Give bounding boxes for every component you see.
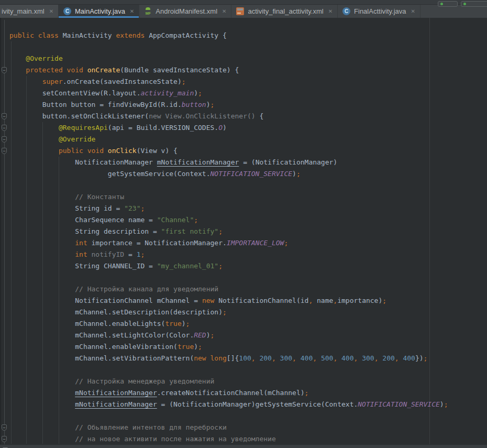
code-token: importance = NotificationManager. [92,239,227,247]
device-status-dot-icon [463,3,466,5]
tab-label: ivity_main.xml [2,7,45,15]
code-editor[interactable]: public class MainActivity extends AppCom… [0,18,487,448]
code-line[interactable]: @RequiresApi(api = Build.VERSION_CODES.O… [9,122,487,134]
code-token: CharSequence name = [75,216,157,224]
run-widget-fragment[interactable] [438,1,458,7]
code-token: .onCreate(savedInstanceState) [63,78,182,85]
code-token: ) [292,170,296,178]
code-token: getSystemService(Context. [108,170,211,178]
code-line[interactable]: mNotificationManager = (NotificationMana… [9,399,487,410]
editor-tab[interactable]: CMainActivity.java✕ [59,4,139,18]
close-tab-icon[interactable]: ✕ [222,8,226,14]
code-token: ) [223,124,227,132]
code-line[interactable] [9,41,487,53]
code-line[interactable]: String description = "first notify"; [9,226,487,237]
code-token: 500 [321,354,333,362]
code-token: (Bundle savedInstanceState) { [120,66,239,74]
manifest-icon: MF [144,7,152,15]
code-token: @RequiresApi [59,124,108,132]
code-line[interactable]: setContentView(R.layout.activity_main); [9,88,487,99]
code-token: // Обьявление интентов для переброски [75,423,227,431]
code-line[interactable]: int notifyID = 1; [9,249,487,260]
fold-collapse-icon[interactable]: − [2,113,7,119]
code-token: ) [206,331,211,339]
code-line[interactable]: getSystemService(Context.NOTIFICATION_SE… [9,168,487,180]
code-token: String CHANNEL_ID = [75,262,157,270]
editor-tab[interactable]: activity_final_acttivity.xml✕ [231,4,338,18]
code-line[interactable]: NotificationManager mNotificationManager… [9,157,487,168]
fold-collapse-icon[interactable]: − [2,136,7,143]
code-line[interactable]: mChannel.setLightColor(Color.RED); [9,330,487,341]
code-token: ; [296,170,301,178]
code-token: protected void [26,66,87,74]
code-line[interactable]: CharSequence name = "Channel"; [9,214,487,226]
code-line[interactable]: protected void onCreate(Bundle savedInst… [9,64,487,76]
code-line[interactable]: mChannel.setDescription(description); [9,307,487,318]
code-token: new View.OnClickListener() [149,112,259,120]
code-line[interactable]: mChannel.setVibrationPattern(new long[]{… [9,353,487,364]
code-token: extends [116,31,149,39]
code-token: mNotificationManager [75,400,157,408]
code-line[interactable]: // Настройка менеджера уведомлений [9,376,487,387]
code-token: ; [305,389,309,397]
code-line[interactable]: // Настройка канала для уведомлений [9,283,487,295]
code-line[interactable] [9,410,487,422]
editor-tab-bar: ivity_main.xml✕CMainActivity.java✕MFAndr… [0,4,487,18]
code-token: 400 [301,354,313,362]
code-token: mChannel.setVibrationPattern( [75,354,194,362]
code-line[interactable]: // на новое активити после нажатия на ув… [9,433,487,445]
code-line[interactable]: mChannel.enableVibration(true); [9,341,487,353]
fold-collapse-icon[interactable]: − [2,424,7,431]
code-token: onCreate [87,66,120,74]
code-line[interactable] [9,364,487,376]
code-token: , [272,354,276,362]
code-token [296,354,301,362]
code-line[interactable]: public void onClick(View v) { [9,145,487,157]
code-line[interactable]: // Обьявление интентов для переброски [9,422,487,433]
editor-tab[interactable]: CFinalActtivity.java✕ [338,4,420,18]
fold-collapse-icon[interactable]: − [2,125,7,131]
code-token: mNotificationManager [75,389,157,397]
code-line[interactable]: String id = "23"; [9,203,487,214]
code-line[interactable]: @Override [9,134,487,145]
code-line[interactable]: NotificationChannel mChannel = new Notif… [9,295,487,307]
code-token: new long [194,354,227,362]
fold-collapse-icon[interactable]: − [2,67,7,73]
code-line[interactable]: public class MainActivity extends AppCom… [9,30,487,41]
fold-collapse-icon[interactable]: − [2,436,7,442]
code-line[interactable]: mChannel.enableLights(true); [9,318,487,330]
code-token: MainActivity [63,31,116,39]
code-token: ; [140,204,145,212]
device-widget-fragment[interactable] [461,1,487,7]
code-line[interactable]: Button button = findViewById(R.id.button… [9,99,487,111]
code-line[interactable]: mNotificationManager.createNotificationC… [9,387,487,399]
code-token: ) [194,343,198,351]
code-token: NotificationChannel(id [218,297,308,304]
code-line[interactable] [9,180,487,191]
code-line[interactable] [9,272,487,283]
code-token [358,354,362,362]
close-tab-icon[interactable]: ✕ [49,8,53,14]
close-tab-icon[interactable]: ✕ [328,8,333,14]
code-token: ; [140,250,145,258]
code-area[interactable]: public class MainActivity extends AppCom… [9,30,487,445]
code-line[interactable]: super.onCreate(savedInstanceState); [9,76,487,88]
code-token: RED [194,331,206,339]
tab-label: AndroidManifest.xml [156,7,217,15]
code-line[interactable]: button.setOnClickListener(new View.OnCli… [9,111,487,122]
code-line[interactable]: // Константы [9,191,487,203]
fold-collapse-icon[interactable]: − [2,148,7,154]
code-token: mChannel.enableLights( [75,320,165,327]
editor-tab[interactable]: MFAndroidManifest.xml✕ [139,4,231,18]
code-token: 200 [259,354,271,362]
code-token: setContentView(R.layout. [42,89,141,97]
code-line[interactable]: String CHANNEL_ID = "my_channel_01"; [9,260,487,272]
code-token: @Override [26,54,62,62]
code-token: // на новое активити после нажатия на ув… [75,435,276,443]
code-line[interactable]: @Override [9,53,487,64]
editor-tab[interactable]: ivity_main.xml✕ [0,4,59,18]
close-tab-icon[interactable]: ✕ [130,8,134,14]
code-token: = [124,250,136,258]
code-line[interactable]: int importance = NotificationManager.IMP… [9,237,487,249]
close-tab-icon[interactable]: ✕ [411,8,415,14]
